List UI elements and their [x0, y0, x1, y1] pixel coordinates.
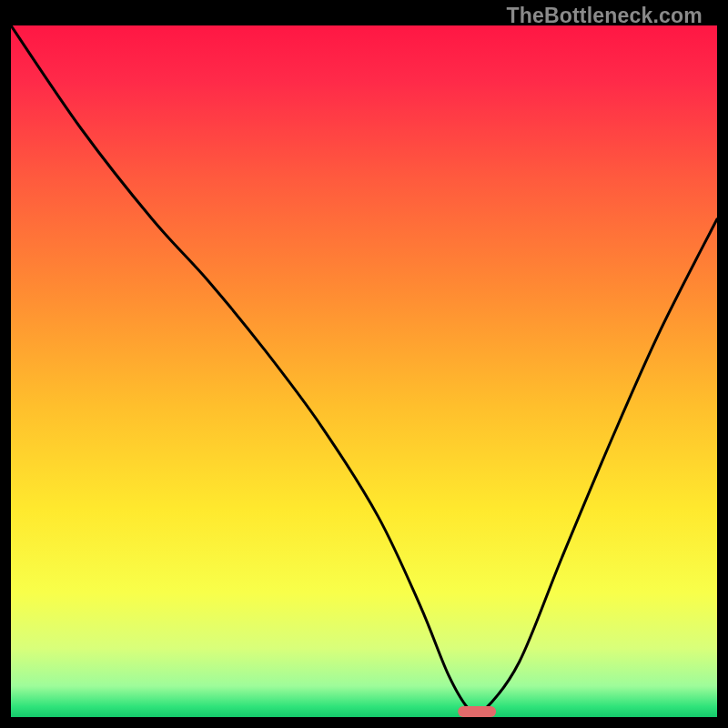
gradient-background [11, 25, 717, 717]
bottleneck-chart [11, 25, 717, 717]
optimal-marker [458, 706, 496, 717]
plot-area [11, 25, 717, 717]
watermark-text: TheBottleneck.com [506, 4, 703, 28]
chart-frame: TheBottleneck.com [11, 0, 717, 717]
